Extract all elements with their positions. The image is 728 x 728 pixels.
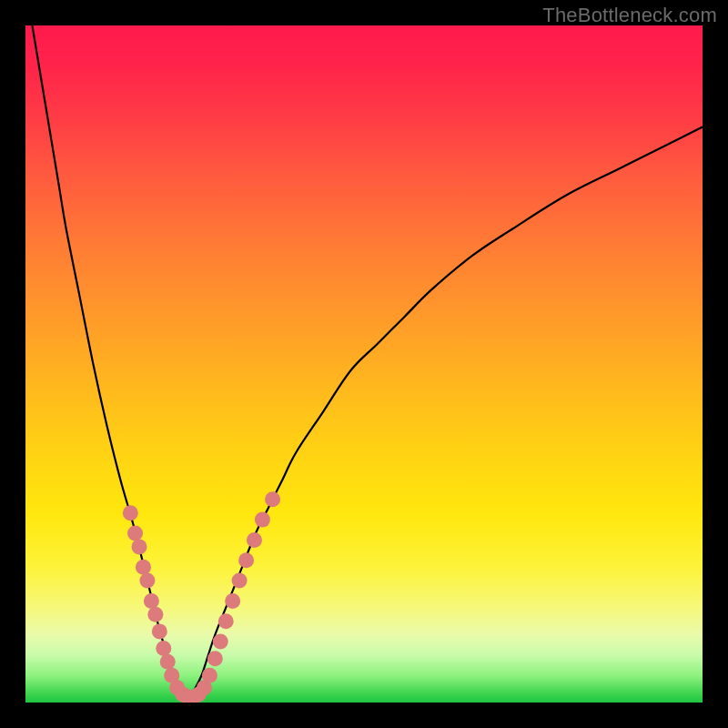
marker-dot [131, 539, 147, 554]
marker-dots [123, 491, 280, 703]
curve-overlay [25, 25, 703, 703]
watermark-label: TheBottleneck.com [542, 4, 717, 27]
right-branch-line [188, 127, 703, 700]
marker-dot [156, 641, 171, 656]
marker-dot [127, 526, 143, 541]
marker-dot [255, 512, 270, 528]
plot-area [25, 25, 703, 703]
marker-dot [147, 607, 163, 622]
marker-dot [136, 560, 151, 575]
marker-dot [247, 532, 262, 548]
left-branch-line [32, 25, 187, 699]
chart-frame: TheBottleneck.com [0, 0, 728, 728]
marker-dot [218, 613, 234, 629]
marker-dot [232, 573, 248, 589]
marker-dot [265, 491, 280, 507]
marker-dot [202, 668, 217, 683]
marker-dot [238, 552, 254, 568]
marker-dot [160, 654, 176, 670]
marker-dot [144, 593, 159, 609]
marker-dot [207, 651, 223, 666]
marker-dot [152, 623, 167, 639]
marker-dot [213, 634, 228, 650]
marker-dot [225, 593, 240, 609]
marker-dot [123, 505, 138, 521]
marker-dot [139, 573, 155, 589]
